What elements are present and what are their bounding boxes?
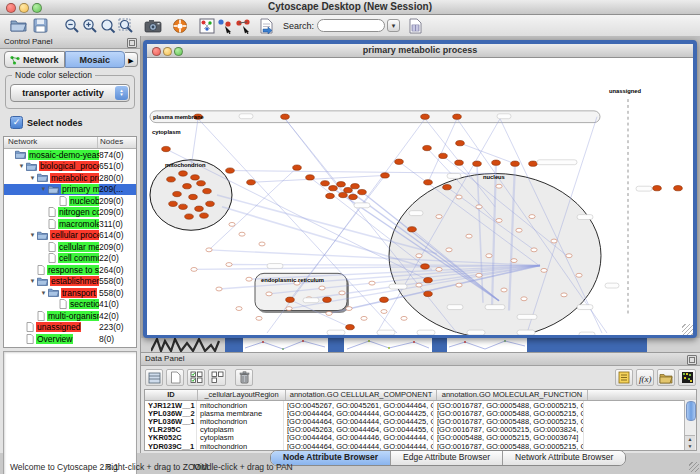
node-label-chip[interactable]: [636, 186, 652, 191]
graph-node[interactable]: [329, 186, 338, 191]
expander-icon[interactable]: ▼: [17, 163, 26, 169]
graph-node[interactable]: [179, 204, 188, 209]
graph-node[interactable]: [344, 187, 353, 192]
select-nodes-checkbox[interactable]: ✓: [10, 116, 23, 129]
graph-node[interactable]: [501, 288, 507, 292]
network-canvas[interactable]: plasma membranecytoplasmmitochondrionnuc…: [147, 58, 693, 335]
node-label-chip[interactable]: [467, 330, 485, 335]
tree-row[interactable]: ▼transport558(0): [4, 287, 136, 299]
node-label-chip[interactable]: [497, 114, 511, 119]
graph-node[interactable]: [453, 114, 462, 119]
graph-node[interactable]: [339, 291, 345, 295]
graphics-details-button[interactable]: [198, 17, 216, 35]
vertical-scrollbar[interactable]: ▲▼: [684, 400, 696, 450]
graph-node[interactable]: [256, 316, 262, 320]
search-input[interactable]: [317, 19, 385, 32]
node-label-chip[interactable]: [303, 298, 319, 303]
search-options-dropdown[interactable]: ▾: [387, 19, 400, 32]
tree-row[interactable]: macromolecule311(0): [4, 218, 136, 230]
graph-node[interactable]: [395, 159, 404, 164]
float-panel-icon[interactable]: [127, 38, 137, 48]
snapshot-button[interactable]: [144, 17, 162, 35]
zoom-selected-button[interactable]: [99, 17, 117, 35]
graph-node[interactable]: [361, 316, 367, 320]
graph-node[interactable]: [424, 291, 433, 296]
unselect-all-attributes-button[interactable]: [208, 369, 226, 386]
graph-node[interactable]: [416, 283, 422, 287]
graph-node[interactable]: [346, 307, 352, 311]
tree-row[interactable]: ▼cellular process614(0): [4, 230, 136, 242]
graph-node[interactable]: [321, 181, 330, 186]
node-label-chip[interactable]: [577, 215, 593, 220]
tab-network[interactable]: Network: [4, 51, 65, 68]
tree-row[interactable]: cellular metabo209(0): [4, 241, 136, 253]
graph-node[interactable]: [286, 297, 295, 302]
zoom-in-button[interactable]: [81, 17, 99, 35]
graph-node[interactable]: [436, 267, 442, 271]
tree-row[interactable]: cell communicat22(0): [4, 253, 136, 265]
expander-icon[interactable]: ▼: [28, 175, 37, 181]
graph-node[interactable]: [456, 283, 462, 287]
graph-node[interactable]: [246, 277, 252, 281]
graph-node[interactable]: [206, 201, 215, 206]
zoom-fit-button[interactable]: [117, 17, 135, 35]
graph-node[interactable]: [306, 175, 315, 180]
select-all-attributes-button[interactable]: [187, 369, 205, 386]
expander-icon[interactable]: ▼: [28, 278, 37, 284]
tree-row[interactable]: response to stimulu264(0): [4, 264, 136, 276]
graph-node[interactable]: [293, 165, 302, 170]
graph-node[interactable]: [529, 215, 535, 219]
table-column-header[interactable]: ID: [145, 390, 198, 400]
new-attribute-button[interactable]: [166, 369, 184, 386]
delete-attribute-button[interactable]: [235, 369, 253, 386]
table-column-header[interactable]: annotation.GO CELLULAR_COMPONENT: [286, 390, 437, 400]
graph-node[interactable]: [516, 228, 522, 232]
app-resize-grip[interactable]: [689, 462, 699, 472]
graph-node[interactable]: [281, 114, 290, 119]
birds-eye-view[interactable]: [3, 351, 137, 474]
import-attributes-button[interactable]: [257, 17, 275, 35]
node-label-chip[interactable]: [239, 114, 253, 119]
graph-node[interactable]: [266, 292, 272, 296]
graph-node[interactable]: [236, 307, 242, 311]
graph-node[interactable]: [473, 161, 482, 166]
graph-node[interactable]: [247, 180, 256, 185]
graph-node[interactable]: [455, 160, 464, 165]
save-session-button[interactable]: [31, 17, 49, 35]
window-resize-grip[interactable]: [682, 324, 693, 335]
graph-node[interactable]: [381, 310, 387, 314]
graph-node[interactable]: [346, 325, 355, 330]
expander-icon[interactable]: ▼: [28, 232, 37, 238]
graph-node[interactable]: [167, 177, 176, 182]
node-label-chip[interactable]: [389, 284, 407, 289]
network-window-titlebar[interactable]: primary metabolic process: [147, 44, 693, 58]
graph-node[interactable]: [326, 312, 332, 316]
graph-node[interactable]: [358, 189, 367, 194]
tree-row[interactable]: nucleobase-209(0): [4, 195, 136, 207]
node-label-chip[interactable]: [354, 203, 370, 208]
graph-node[interactable]: [351, 184, 360, 189]
graph-node[interactable]: [496, 219, 502, 223]
graph-node[interactable]: [424, 278, 433, 283]
node-color-select[interactable]: transporter activity ▲▼: [10, 84, 130, 102]
table-column-header[interactable]: annotation.GO MOLECULAR_FUNCTION: [437, 390, 588, 400]
tree-row[interactable]: mosaic-demo-yeast874(0): [4, 149, 136, 161]
graph-node[interactable]: [466, 234, 472, 238]
graph-node[interactable]: [323, 297, 332, 302]
heatmap-view-button[interactable]: [678, 369, 696, 386]
tree-row[interactable]: nitrogen compo209(0): [4, 207, 136, 219]
graph-node[interactable]: [551, 239, 557, 243]
tree-row[interactable]: ▼biological_process651(0): [4, 161, 136, 173]
node-label-chip[interactable]: [485, 305, 505, 310]
expander-icon[interactable]: ▼: [39, 186, 48, 192]
graph-node[interactable]: [511, 259, 517, 263]
graph-node[interactable]: [561, 293, 567, 297]
graph-node[interactable]: [531, 248, 537, 252]
tree-row[interactable]: ▼establishment of lo558(0): [4, 276, 136, 288]
tab-mosaic[interactable]: Mosaic: [65, 51, 126, 68]
graph-node[interactable]: [381, 173, 390, 178]
tree-row[interactable]: unassigned223(0): [4, 322, 136, 334]
graph-node[interactable]: [349, 194, 358, 199]
attribute-list-button[interactable]: [615, 369, 633, 386]
node-label-chip[interactable]: [605, 283, 619, 288]
